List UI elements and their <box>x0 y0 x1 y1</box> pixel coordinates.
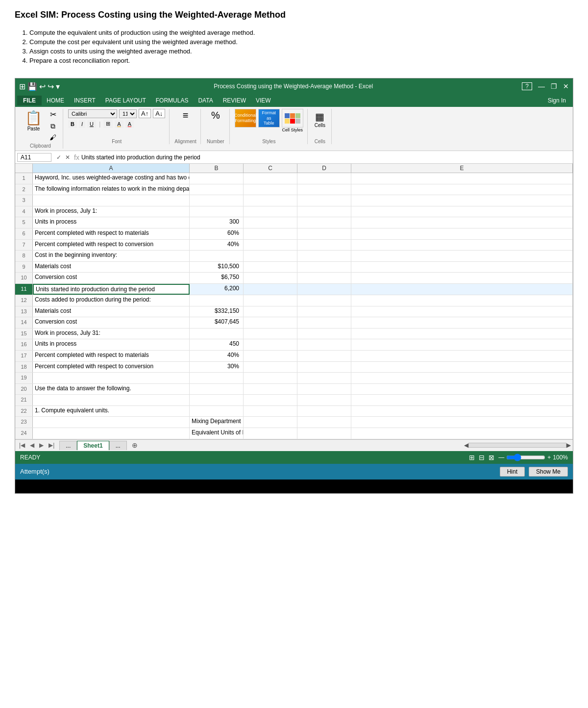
cell-23-B[interactable]: Mixing Department <box>190 417 244 428</box>
cell-11-C[interactable] <box>244 284 297 295</box>
cell-12-B[interactable] <box>190 295 244 306</box>
cell-9-C[interactable] <box>244 262 297 273</box>
row-number[interactable]: 2 <box>15 184 33 195</box>
cell-18-B[interactable]: 30% <box>190 362 244 373</box>
cell-16-C[interactable] <box>244 339 297 350</box>
close-button[interactable]: ✕ <box>563 82 569 90</box>
cell-22-D[interactable] <box>297 406 351 417</box>
cell-17-A[interactable]: Percent completed with respect to materi… <box>33 351 190 361</box>
cell-11-D[interactable] <box>297 284 351 295</box>
col-header-c[interactable]: C <box>244 164 297 173</box>
save-icon[interactable]: 💾 <box>27 82 37 91</box>
font-grow-button[interactable]: A↑ <box>139 109 151 118</box>
cell-21-E[interactable] <box>351 395 573 405</box>
cell-1-D[interactable] <box>297 173 351 184</box>
cell-3-E[interactable] <box>351 195 573 206</box>
row-number[interactable]: 7 <box>15 240 33 251</box>
cell-24-D[interactable] <box>297 428 351 439</box>
cell-23-A[interactable] <box>33 417 190 428</box>
row-number[interactable]: 6 <box>15 228 33 239</box>
cell-2-B[interactable] <box>190 184 244 195</box>
cell-5-B[interactable]: 300 <box>190 217 244 228</box>
cell-22-E[interactable] <box>351 406 573 417</box>
cell-15-C[interactable] <box>244 329 297 339</box>
cell-4-E[interactable] <box>351 206 573 217</box>
cell-15-B[interactable] <box>190 329 244 339</box>
row-number[interactable]: 3 <box>15 195 33 206</box>
cell-8-C[interactable] <box>244 251 297 261</box>
cell-16-A[interactable]: Units in process <box>33 339 190 350</box>
cell-11-A[interactable]: Units started into production during the… <box>33 284 190 295</box>
redo-icon[interactable]: ↪ <box>48 82 54 91</box>
add-sheet-button[interactable]: ⊕ <box>130 441 140 449</box>
tab-prev-button[interactable]: ◀ <box>28 442 36 449</box>
cell-15-E[interactable] <box>351 329 573 339</box>
cell-22-B[interactable] <box>190 406 244 417</box>
cell-18-E[interactable] <box>351 362 573 373</box>
row-number[interactable]: 12 <box>15 295 33 306</box>
menu-data[interactable]: DATA <box>193 96 218 105</box>
tab-next-button[interactable]: ▶ <box>37 442 46 449</box>
cell-13-C[interactable] <box>244 306 297 317</box>
zoom-minus-button[interactable]: — <box>498 454 504 461</box>
row-number[interactable]: 4 <box>15 206 33 217</box>
cell-14-D[interactable] <box>297 317 351 328</box>
cell-13-E[interactable] <box>351 306 573 317</box>
cell-1-C[interactable] <box>244 173 297 184</box>
number-button[interactable]: % <box>206 109 225 122</box>
cell-6-D[interactable] <box>297 228 351 239</box>
scroll-left-arrow[interactable]: ◀ <box>464 442 468 449</box>
cell-20-A[interactable]: Use the data to answer the following. <box>33 384 190 395</box>
cell-9-D[interactable] <box>297 262 351 273</box>
view-page-layout-icon[interactable]: ⊟ <box>479 454 485 461</box>
col-header-b[interactable]: B <box>190 164 244 173</box>
row-number[interactable]: 21 <box>15 395 33 405</box>
cell-24-B[interactable]: Equivalent Units of Production <box>190 428 244 439</box>
cell-12-C[interactable] <box>244 295 297 306</box>
cell-1-B[interactable] <box>190 173 244 184</box>
cell-15-A[interactable]: Work in process, July 31: <box>33 329 190 339</box>
cell-6-A[interactable]: Percent completed with respect to materi… <box>33 228 190 239</box>
cell-17-C[interactable] <box>244 351 297 361</box>
formula-input[interactable]: Units started into production during the… <box>81 154 571 161</box>
font-family-select[interactable]: Calibri <box>68 109 117 118</box>
formula-check-icon[interactable]: ✓ <box>56 154 61 161</box>
cell-24-C[interactable] <box>244 428 297 439</box>
menu-page-layout[interactable]: PAGE LAYOUT <box>100 96 151 105</box>
cell-11-B[interactable]: 6,200 <box>190 284 244 295</box>
fill-color-button[interactable]: A <box>115 120 123 128</box>
cell-4-D[interactable] <box>297 206 351 217</box>
cell-1-A[interactable]: Hayword, Inc. uses weighted-average cost… <box>33 173 190 184</box>
sheet-tab-more[interactable]: ... <box>109 441 127 450</box>
cell-7-C[interactable] <box>244 240 297 251</box>
cell-18-A[interactable]: Percent completed with respect to conver… <box>33 362 190 373</box>
menu-formulas[interactable]: FORMULAS <box>151 96 194 105</box>
cell-9-B[interactable]: $10,500 <box>190 262 244 273</box>
cell-6-E[interactable] <box>351 228 573 239</box>
sheet-tab-ellipsis[interactable]: ... <box>59 441 77 450</box>
tab-last-button[interactable]: ▶| <box>47 442 56 449</box>
cell-13-D[interactable] <box>297 306 351 317</box>
cell-17-E[interactable] <box>351 351 573 361</box>
cell-21-C[interactable] <box>244 395 297 405</box>
cell-17-B[interactable]: 40% <box>190 351 244 361</box>
formula-cancel-icon[interactable]: ✕ <box>65 154 70 161</box>
cell-2-E[interactable] <box>351 184 573 195</box>
cell-13-B[interactable]: $332,150 <box>190 306 244 317</box>
copy-button[interactable]: ⧉ <box>47 121 59 131</box>
cell-22-A[interactable]: 1. Compute equivalent units. <box>33 406 190 417</box>
cell-20-B[interactable] <box>190 384 244 395</box>
cell-7-E[interactable] <box>351 240 573 251</box>
help-button[interactable]: ? <box>522 82 532 90</box>
cell-7-D[interactable] <box>297 240 351 251</box>
cell-5-E[interactable] <box>351 217 573 228</box>
col-header-a[interactable]: A <box>33 164 190 173</box>
cell-24-A[interactable] <box>33 428 190 439</box>
cell-18-D[interactable] <box>297 362 351 373</box>
row-number[interactable]: 22 <box>15 406 33 417</box>
row-number[interactable]: 15 <box>15 329 33 339</box>
restore-button[interactable]: ❐ <box>551 82 557 90</box>
row-number[interactable]: 16 <box>15 339 33 350</box>
cell-6-B[interactable]: 60% <box>190 228 244 239</box>
menu-review[interactable]: REVIEW <box>218 96 251 105</box>
